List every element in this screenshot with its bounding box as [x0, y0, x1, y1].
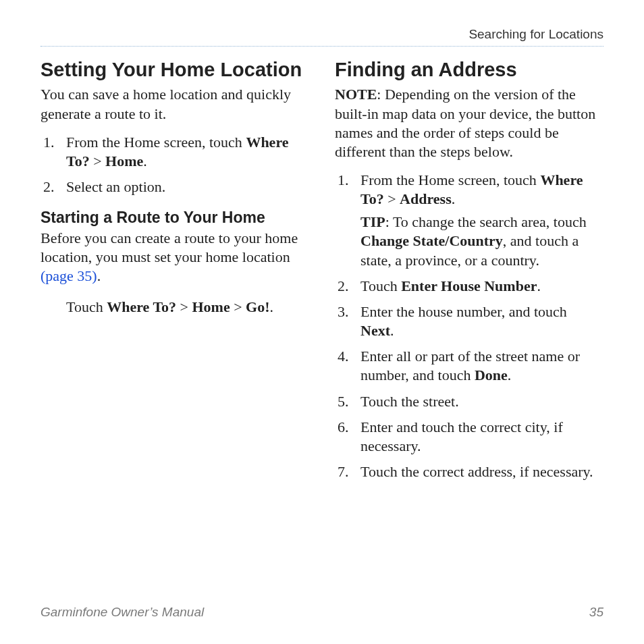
- page-number: 35: [589, 605, 603, 620]
- separator: >: [90, 153, 105, 169]
- step-text: .: [452, 190, 456, 207]
- list-item: Select an option.: [41, 178, 309, 196]
- heading-setting-home: Setting Your Home Location: [41, 59, 309, 81]
- tip-text: : To change the search area, touch: [385, 213, 587, 230]
- tip-label: TIP: [360, 213, 385, 230]
- step-text: .: [390, 322, 394, 339]
- list-item: Touch the street.: [335, 392, 603, 411]
- ui-label-where-to: Where To?: [107, 298, 176, 315]
- ui-label-change-state: Change State/Country: [360, 232, 503, 249]
- ui-label-address: Address: [400, 190, 452, 207]
- step-text: From the Home screen, touch: [66, 134, 246, 151]
- touch-sequence: Touch Where To? > Home > Go!.: [41, 298, 309, 317]
- chapter-title: Searching for Locations: [468, 27, 603, 41]
- step-text: Select an option.: [66, 178, 165, 195]
- note-paragraph: NOTE: Depending on the version of the bu…: [335, 85, 603, 161]
- step-text: Touch: [360, 277, 401, 294]
- body-text: Touch: [66, 298, 107, 315]
- body-text: .: [270, 298, 274, 315]
- step-text: Enter all or part of the street name or …: [360, 348, 580, 383]
- list-item: From the Home screen, touch Where To? > …: [41, 133, 309, 171]
- start-route-body: Before you can create a route to your ho…: [41, 229, 309, 286]
- setting-home-steps: From the Home screen, touch Where To? > …: [41, 133, 309, 196]
- list-item: Enter the house number, and touch Next.: [335, 302, 603, 340]
- content-columns: Setting Your Home Location You can save …: [41, 59, 603, 488]
- step-text: Enter and touch the correct city, if nec…: [360, 419, 563, 454]
- ui-label-home: Home: [192, 298, 230, 315]
- chapter-header: Searching for Locations: [41, 27, 603, 47]
- body-text: Before you can create a route to your ho…: [41, 230, 298, 265]
- ui-label-next: Next: [360, 322, 390, 339]
- setting-home-intro: You can save a home location and quickly…: [41, 85, 309, 123]
- step-text: From the Home screen, touch: [360, 171, 540, 188]
- step-text: Enter the house number, and touch: [360, 303, 567, 320]
- ui-label-enter-house-number: Enter House Number: [401, 277, 537, 294]
- step-text: .: [508, 367, 512, 383]
- step-text: Touch the street.: [360, 393, 459, 410]
- heading-start-route: Starting a Route to Your Home: [41, 209, 309, 227]
- list-item: Touch Enter House Number.: [335, 277, 603, 296]
- ui-label-done: Done: [475, 367, 508, 383]
- step-text: Touch the correct address, if necessary.: [360, 463, 593, 480]
- separator: >: [176, 298, 192, 315]
- manual-title: Garminfone Owner’s Manual: [41, 605, 204, 620]
- note-label: NOTE: [335, 86, 377, 103]
- separator: >: [230, 298, 246, 315]
- ui-label-go: Go!: [246, 298, 269, 315]
- manual-page: Searching for Locations Setting Your Hom…: [0, 0, 644, 644]
- list-item: From the Home screen, touch Where To? > …: [335, 171, 603, 270]
- heading-finding-address: Finding an Address: [335, 59, 603, 81]
- list-item: Enter all or part of the street name or …: [335, 347, 603, 385]
- right-column: Finding an Address NOTE: Depending on th…: [335, 59, 603, 488]
- page-link[interactable]: (page 35): [41, 267, 97, 284]
- step-text: .: [537, 277, 541, 294]
- step-text: .: [143, 153, 147, 169]
- tip-block: TIP: To change the search area, touch Ch…: [360, 213, 603, 269]
- left-column: Setting Your Home Location You can save …: [41, 59, 309, 488]
- finding-address-steps: From the Home screen, touch Where To? > …: [335, 171, 603, 481]
- page-footer: Garminfone Owner’s Manual 35: [41, 605, 603, 620]
- list-item: Touch the correct address, if necessary.: [335, 462, 603, 481]
- body-text: .: [97, 267, 101, 284]
- separator: >: [384, 190, 400, 207]
- list-item: Enter and touch the correct city, if nec…: [335, 418, 603, 456]
- ui-label-home: Home: [105, 153, 143, 169]
